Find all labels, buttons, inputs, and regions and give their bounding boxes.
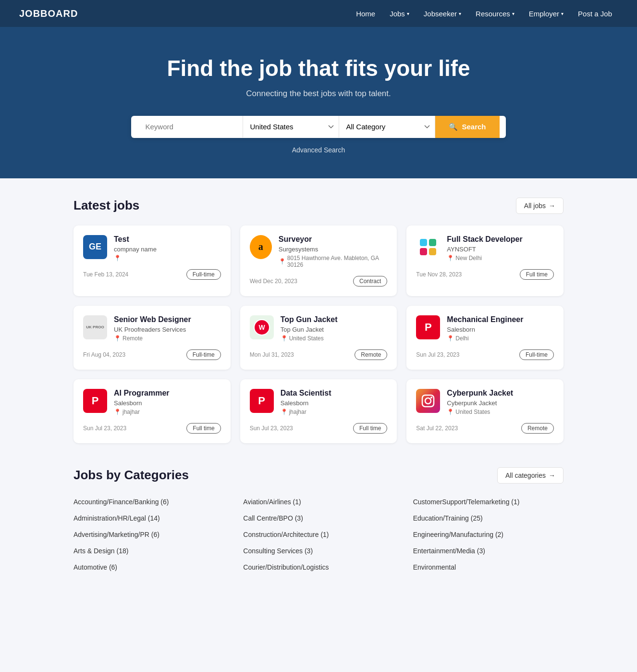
job-card-top: P Data Scientist Salesborn 📍 jhajhar	[250, 389, 388, 415]
svg-rect-1	[429, 239, 436, 246]
category-item[interactable]: Courier/Distribution/Logistics	[243, 560, 393, 574]
job-title: Data Scientist	[281, 389, 331, 398]
company-name: compnay name	[114, 246, 157, 253]
job-title: AI Programmer	[114, 389, 170, 398]
category-item[interactable]: Accounting/Finance/Banking (6)	[74, 495, 224, 509]
category-item[interactable]: Administration/HR/Legal (14)	[74, 511, 224, 525]
company-name: Surgesystems	[279, 246, 388, 253]
job-type-badge: Full time	[353, 423, 387, 434]
company-logo: P	[83, 389, 107, 413]
job-location: 📍 Delhi	[447, 335, 523, 342]
company-name: UK Proofreaders Services	[114, 326, 191, 333]
location-pin-icon: 📍	[447, 255, 454, 261]
job-card[interactable]: Cyberpunk Jacket Cyberpunk Jacket 📍 Unit…	[406, 379, 564, 443]
job-info: Full Stack Developer AYNSOFT 📍 New Delhi	[447, 235, 522, 261]
advanced-search-link[interactable]: Advanced Search	[292, 146, 345, 154]
job-card[interactable]: P Data Scientist Salesborn 📍 jhajhar Sun…	[240, 379, 397, 443]
nav-jobseeker[interactable]: Jobseeker ▾	[418, 6, 467, 22]
job-type-badge: Full time	[186, 423, 220, 434]
company-name: AYNSOFT	[447, 246, 522, 253]
category-item[interactable]: Consulting Services (3)	[243, 544, 393, 558]
job-card-bottom: Tue Feb 13, 2024 Full-time	[83, 269, 221, 280]
category-item[interactable]: Environmental	[413, 560, 564, 574]
nav-employer[interactable]: Employer ▾	[523, 6, 569, 22]
svg-rect-2	[420, 248, 427, 255]
category-item[interactable]: Entertainment/Media (3)	[413, 544, 564, 558]
job-card-bottom: Sun Jul 23, 2023 Full time	[250, 423, 388, 434]
location-pin-icon: 📍	[281, 409, 288, 415]
brand-logo[interactable]: JOBBOARD	[19, 8, 78, 19]
job-title: Cyberpunk Jacket	[447, 389, 513, 398]
job-info: Top Gun Jacket Top Gun Jacket 📍 United S…	[281, 315, 338, 342]
category-item[interactable]: Call Centre/BPO (3)	[243, 511, 393, 525]
job-card[interactable]: P Mechanical Engineer Salesborn 📍 Delhi …	[406, 306, 564, 370]
category-item[interactable]: Engineering/Manufacturing (2)	[413, 528, 564, 541]
category-item[interactable]: Arts & Design (18)	[74, 544, 224, 558]
chevron-down-icon: ▾	[459, 11, 461, 16]
category-item[interactable]: Aviation/Airlines (1)	[243, 495, 393, 509]
job-location: 📍 jhajhar	[281, 409, 331, 415]
job-card-bottom: Wed Dec 20, 2023 Contract	[250, 276, 388, 286]
job-info: Cyberpunk Jacket Cyberpunk Jacket 📍 Unit…	[447, 389, 513, 415]
job-date: Tue Feb 13, 2024	[83, 271, 128, 278]
job-card-top: Cyberpunk Jacket Cyberpunk Jacket 📍 Unit…	[416, 389, 554, 415]
category-item[interactable]: Construction/Architecture (1)	[243, 528, 393, 541]
job-card[interactable]: Full Stack Developer AYNSOFT 📍 New Delhi…	[406, 225, 564, 296]
job-card[interactable]: a Surveyor Surgesystems 📍 8015 Hawthorne…	[240, 225, 397, 296]
job-info: Surveyor Surgesystems 📍 8015 Hawthorne A…	[279, 235, 388, 268]
job-type-badge: Remote	[521, 423, 554, 434]
svg-rect-3	[429, 248, 436, 255]
job-date: Wed Dec 20, 2023	[250, 278, 297, 285]
category-item[interactable]: Automotive (6)	[74, 560, 224, 574]
job-info: Test compnay name 📍	[114, 235, 157, 261]
chevron-down-icon: ▾	[561, 11, 564, 16]
nav-post-job[interactable]: Post a Job	[572, 6, 618, 22]
job-info: AI Programmer Salesborn 📍 jhajhar	[114, 389, 170, 415]
company-name: Cyberpunk Jacket	[447, 399, 513, 407]
job-card-top: a Surveyor Surgesystems 📍 8015 Hawthorne…	[250, 235, 388, 268]
job-date: Sun Jul 23, 2023	[416, 351, 459, 358]
company-name: Salesborn	[114, 399, 170, 407]
keyword-input[interactable]	[137, 116, 243, 137]
company-logo: UK PROO	[83, 315, 107, 339]
all-jobs-link[interactable]: All jobs →	[516, 198, 564, 214]
job-location: 📍	[114, 255, 157, 261]
job-card-top: P Mechanical Engineer Salesborn 📍 Delhi	[416, 315, 554, 342]
all-categories-link[interactable]: All categories →	[497, 467, 564, 484]
company-logo: a	[250, 235, 272, 259]
job-info: Senior Web Designer UK Proofreaders Serv…	[114, 315, 191, 342]
hero-subtitle: Connecting the best jobs with top talent…	[10, 89, 627, 99]
job-location: 📍 New Delhi	[447, 255, 522, 261]
nav-home[interactable]: Home	[350, 6, 381, 22]
nav-resources[interactable]: Resources ▾	[470, 6, 520, 22]
nav-jobs[interactable]: Jobs ▾	[384, 6, 415, 22]
category-item[interactable]: Advertising/Marketing/PR (6)	[74, 528, 224, 541]
job-type-badge: Full-time	[519, 349, 554, 360]
job-date: Sat Jul 22, 2023	[416, 425, 458, 432]
job-card[interactable]: W Top Gun Jacket Top Gun Jacket 📍 United…	[240, 306, 397, 370]
job-card-top: Full Stack Developer AYNSOFT 📍 New Delhi	[416, 235, 554, 261]
job-location: 📍 United States	[281, 335, 338, 342]
job-card[interactable]: P AI Programmer Salesborn 📍 jhajhar Sun …	[74, 379, 231, 443]
category-item[interactable]: CustomerSupport/Telemarketing (1)	[413, 495, 564, 509]
company-logo	[416, 389, 440, 413]
company-logo: W	[250, 315, 274, 339]
categories-section: Jobs by Categories All categories → Acco…	[74, 467, 564, 574]
search-bar: United StatesCanadaUKAustralia All Categ…	[131, 116, 506, 138]
company-name: Salesborn	[281, 399, 331, 407]
category-select[interactable]: All CategoryEngineeringDesignMarketing	[339, 116, 435, 137]
navbar: JOBBOARD Home Jobs ▾ Jobseeker ▾ Resourc…	[0, 0, 637, 27]
location-pin-icon: 📍	[279, 258, 286, 265]
job-location: 📍 8015 Hawthorne Ave. Mableton, GA 30126	[279, 255, 388, 268]
job-location: 📍 United States	[447, 409, 513, 415]
location-pin-icon: 📍	[114, 409, 121, 415]
search-button[interactable]: 🔍 Search	[435, 116, 499, 138]
location-select[interactable]: United StatesCanadaUKAustralia	[243, 116, 339, 137]
arrow-right-icon: →	[549, 472, 555, 479]
job-location: 📍 jhajhar	[114, 409, 170, 415]
job-title: Full Stack Developer	[447, 235, 522, 244]
job-card[interactable]: UK PROO Senior Web Designer UK Proofread…	[74, 306, 231, 370]
category-item[interactable]: Education/Training (25)	[413, 511, 564, 525]
job-card[interactable]: GE Test compnay name 📍 Tue Feb 13, 2024 …	[74, 225, 231, 296]
search-icon: 🔍	[449, 123, 458, 131]
